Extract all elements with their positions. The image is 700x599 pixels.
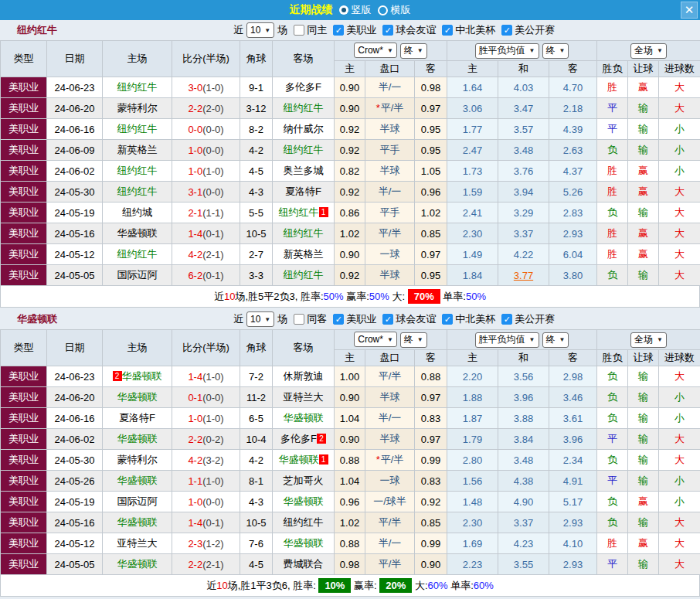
score-cell: 4-2(3-2) <box>172 450 240 471</box>
half-score: (0-0) <box>202 186 223 198</box>
line-text: 平/半 <box>379 370 402 382</box>
same-venue-checkbox[interactable] <box>294 25 304 36</box>
team-name-text: 纽约红牛 <box>284 269 324 281</box>
corners-cell: 7-2 <box>240 366 273 387</box>
avg-source-select[interactable]: 胜平负均值▼ <box>475 332 539 348</box>
recent-count-select[interactable]: 10▼ <box>246 311 274 327</box>
odds-group-header: Crow*▼终▼ <box>335 41 447 61</box>
home-team-cell: 蒙特利尔 <box>103 450 172 471</box>
competition-checkbox[interactable]: ✓ <box>382 314 393 325</box>
away-team-cell: 纳什威尔 <box>273 119 335 140</box>
column-header: 客场 <box>273 41 335 77</box>
avg-value: 3.55 <box>514 559 533 570</box>
competition-checkbox[interactable]: ✓ <box>442 25 453 36</box>
handicap-result-cell: 输 <box>628 429 659 450</box>
odds-state-select[interactable]: 终▼ <box>400 43 427 59</box>
league-cell: 美职业 <box>1 77 47 98</box>
avg-away-cell: 2.34 <box>549 450 597 471</box>
rank-badge: 1 <box>319 454 328 465</box>
landscape-radio[interactable] <box>378 5 388 15</box>
league-cell: 美职业 <box>1 265 47 286</box>
score-cell: 2-2(0-2) <box>172 429 240 450</box>
team-name-text: 国际迈阿 <box>117 495 158 507</box>
summary-segment: 60% <box>428 580 448 591</box>
avg-value: 1.77 <box>463 124 482 135</box>
sub-header: 主 <box>447 350 498 366</box>
column-header: 类型 <box>1 330 47 366</box>
avg-home-cell: 2.47 <box>447 140 498 161</box>
avg-away-cell: 3.61 <box>549 408 597 429</box>
line-text: 半/一 <box>379 81 402 93</box>
away-team-cell: 纽约红牛 <box>273 512 335 533</box>
avg-home-cell: 1.49 <box>447 244 498 265</box>
portrait-radio[interactable] <box>339 5 348 15</box>
away-team-cell: 纽约红牛 <box>273 98 335 119</box>
away-team-cell: 华盛顿联1 <box>273 450 335 471</box>
handicap-result-cell: 输 <box>628 471 659 492</box>
wdl-result-cell: 负 <box>597 512 628 533</box>
competition-label: 美职业 <box>346 23 376 37</box>
handicap-result-cell: 赢 <box>628 223 659 244</box>
team-name-text: 纽约城 <box>122 206 152 218</box>
team-name-text: 纳什威尔 <box>284 123 324 134</box>
same-venue-checkbox[interactable] <box>294 314 304 325</box>
recent-count-select[interactable]: 10▼ <box>246 22 274 38</box>
handicap-result-cell: 输 <box>628 554 659 575</box>
avg-value: 1.48 <box>463 496 482 508</box>
competition-checkbox[interactable]: ✓ <box>333 314 344 325</box>
avg-source-select[interactable]: 胜平负均值▼ <box>475 43 539 59</box>
score-cell: 2-2(2-1) <box>172 554 240 575</box>
avg-value: 4.22 <box>514 249 533 260</box>
avg-value: 1.59 <box>463 186 482 198</box>
date-cell: 24-06-20 <box>47 98 103 119</box>
line-text: 半/一 <box>379 537 402 549</box>
odds-source-select[interactable]: Crow*▼ <box>354 332 397 347</box>
handicap-result-cell: 输 <box>628 265 659 286</box>
odds-line-cell: *平/半 <box>365 450 415 471</box>
summary-segment: 单率: <box>448 580 474 591</box>
full-score: 0-1 <box>188 392 202 403</box>
avg-draw-cell: 3.84 <box>498 429 549 450</box>
home-team-cell: 纽约红牛 <box>103 77 172 98</box>
column-header: 日期 <box>47 41 103 77</box>
home-team-cell: 纽约城 <box>103 203 172 223</box>
match-row: 美职业24-05-26华盛顿联1-1(1-0)8-1芝加哥火1.04一球0.83… <box>1 471 700 492</box>
avg-value: 2.93 <box>563 559 583 570</box>
odds-state-select[interactable]: 终▼ <box>400 332 427 348</box>
odds-source-select[interactable]: Crow*▼ <box>354 43 397 58</box>
scope-select[interactable]: 全场▼ <box>630 43 667 59</box>
odds-away-cell: 0.92 <box>415 492 447 512</box>
avg-state-select[interactable]: 终▼ <box>542 43 569 59</box>
avg-value: 1.87 <box>463 413 482 424</box>
match-row: 美职业24-05-19纽约城2-1(1-1)5-5纽约红牛10.86平手1.02… <box>1 203 700 223</box>
avg-value: 2.83 <box>563 207 583 219</box>
wdl-result-cell: 负 <box>597 408 628 429</box>
team-section-1: 纽约红牛近10▼场同主✓美职业✓球会友谊✓中北美杯✓美公开赛类型日期主场比分(半… <box>0 20 700 308</box>
odds-away-cell: 1.05 <box>415 161 447 182</box>
odds-line-cell: 半球 <box>365 161 415 182</box>
competition-checkbox[interactable]: ✓ <box>501 25 512 36</box>
avg-home-cell: 2.20 <box>447 366 498 387</box>
league-cell: 美职业 <box>1 533 47 554</box>
odds-home-cell: 0.90 <box>335 98 365 119</box>
close-button[interactable]: ✕ <box>681 2 698 19</box>
scope-select[interactable]: 全场▼ <box>630 332 667 348</box>
competition-checkbox[interactable]: ✓ <box>442 314 453 325</box>
avg-draw-cell: 3.37 <box>498 512 549 533</box>
competition-checkbox[interactable]: ✓ <box>382 25 393 36</box>
corners-cell: 6-5 <box>240 408 273 429</box>
away-team-cell: 纽约红牛 <box>273 265 335 286</box>
odds-line-cell: 半/一 <box>365 533 415 554</box>
avg-value: 3.96 <box>514 392 533 403</box>
odds-home-cell: 0.90 <box>335 429 365 450</box>
goals-result-cell: 大 <box>659 223 700 244</box>
sub-header: 进球数 <box>659 61 700 77</box>
avg-state-select[interactable]: 终▼ <box>542 332 569 348</box>
summary-segment: 10 <box>216 580 227 591</box>
avg-value: 2.93 <box>563 517 583 529</box>
competition-checkbox[interactable]: ✓ <box>501 314 512 325</box>
competition-checkbox[interactable]: ✓ <box>333 25 344 36</box>
summary-segment: 场,胜1平3负6, 胜率: <box>228 580 319 591</box>
avg-source-select-value: 胜平负均值 <box>479 333 525 346</box>
team-name-text: 纽约红牛 <box>284 144 324 155</box>
